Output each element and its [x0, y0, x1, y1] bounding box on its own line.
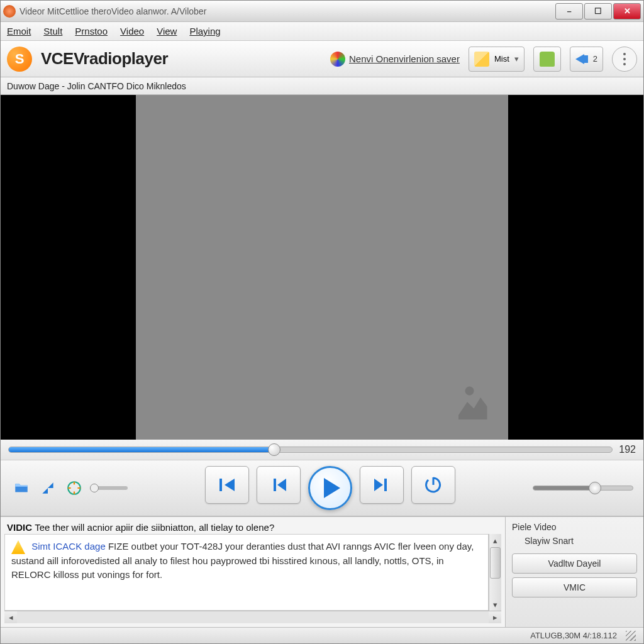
toolbar-link-saver[interactable]: Nenvi Onenvirlenion saver [330, 52, 460, 67]
minimize-button[interactable]: – [555, 3, 583, 19]
toolbar-dropdown[interactable]: Mist ▾ [469, 47, 525, 72]
video-area[interactable] [1, 95, 643, 440]
speaker-icon [575, 54, 584, 64]
play-button[interactable] [308, 466, 352, 510]
seek-slider[interactable] [8, 447, 613, 453]
info-body: Simt ICACK dage FIZE outbet your TOT-428… [4, 534, 489, 611]
menu-video[interactable]: Video [120, 26, 144, 36]
side-panel: Piele Video Slayiw Snart Vadltw Dayeil V… [505, 517, 643, 627]
warning-icon [11, 540, 25, 554]
video-frame [136, 95, 509, 440]
toolbar: S VCEVradioplayer Nenvi Onenvirlenion sa… [1, 41, 643, 77]
toolbar-volume-button[interactable]: 2 [570, 47, 603, 72]
stop-button[interactable] [411, 466, 455, 504]
prev-button[interactable] [257, 466, 301, 504]
android-icon [540, 52, 555, 67]
mini-slider[interactable] [90, 486, 128, 490]
next-button[interactable] [360, 466, 404, 504]
info-header: VIDIC Tee ther will acnior apiir die sii… [4, 521, 501, 534]
scroll-left-icon[interactable]: ◂ [4, 611, 17, 623]
volume-badge: 2 [593, 54, 597, 64]
info-question: Tee ther will acnior apiir die siibniatt… [35, 522, 274, 533]
now-playing-bar: Duwow Dage - Jolin CANTFO Dico Miknledos [1, 77, 643, 95]
app-icon [3, 5, 16, 18]
scroll-right-icon[interactable]: ▸ [489, 611, 501, 623]
horizontal-scrollbar[interactable]: ◂ ▸ [4, 611, 501, 623]
info-prefix: VIDIC [7, 522, 32, 533]
close-button[interactable]: ✕ [613, 3, 641, 19]
app-brand: VCEVradioplayer [41, 49, 168, 69]
scroll-down-icon[interactable]: ▾ [489, 598, 501, 611]
chevron-down-icon: ▾ [514, 54, 519, 64]
menubar: Emoit Stult Prnstoo Video View Playing [1, 22, 643, 41]
info-panel: VIDIC Tee ther will acnior apiir die sii… [1, 517, 505, 627]
scroll-up-icon[interactable]: ▴ [489, 534, 501, 547]
side-title: Piele Video [512, 522, 637, 532]
titlebar: Videor MitCettlioe theroVideo alanwor. A… [1, 1, 643, 22]
menu-stult[interactable]: Stult [43, 26, 62, 36]
statusbar: ATLUGB,30M 4/:18.112 [1, 627, 643, 643]
status-text: ATLUGB,30M 4/:18.112 [530, 631, 617, 640]
toolbar-more-button[interactable] [612, 47, 637, 72]
seek-thumb[interactable] [268, 443, 280, 456]
seek-row: 192 [1, 440, 643, 460]
settings-wheel-button[interactable] [64, 477, 85, 499]
toolbar-android-button[interactable] [533, 47, 561, 72]
scroll-thumb[interactable] [490, 547, 501, 579]
envelope-icon [474, 52, 489, 67]
toolbar-link-label: Nenvi Onenvirlenion saver [349, 53, 460, 64]
open-file-button[interactable] [11, 477, 32, 499]
toolbar-dropdown-label: Mist [494, 54, 509, 64]
volume-thumb[interactable] [589, 482, 601, 494]
watermark-icon [447, 384, 497, 428]
seek-label: 192 [619, 444, 636, 455]
menu-view[interactable]: View [157, 26, 177, 36]
playback-controls [1, 460, 643, 516]
side-subtitle: Slayiw Snart [512, 536, 637, 546]
menu-emoit[interactable]: Emoit [7, 26, 31, 36]
resize-grip-icon[interactable] [626, 631, 636, 641]
now-playing-label: Duwow Dage - Jolin CANTFO Dico Miknledos [7, 81, 186, 91]
menu-prnstoo[interactable]: Prnstoo [75, 26, 108, 36]
side-button-1[interactable]: Vadltw Dayeil [512, 553, 637, 574]
vertical-scrollbar[interactable]: ▴ ▾ [489, 534, 501, 611]
pinwheel-icon [330, 52, 345, 67]
side-button-2[interactable]: VMIC [512, 577, 637, 597]
info-link[interactable]: Simt ICACK dage [31, 541, 106, 552]
maximize-button[interactable]: ☐ [584, 3, 612, 19]
volume-slider[interactable] [533, 486, 633, 491]
menu-playing[interactable]: Playing [189, 26, 220, 36]
share-button[interactable] [37, 477, 58, 499]
window-title: Videor MitCettlioe theroVideo alanwor. A… [19, 6, 555, 16]
app-logo-icon: S [7, 47, 32, 72]
play-icon [324, 478, 340, 498]
skip-back-button[interactable] [205, 466, 249, 504]
